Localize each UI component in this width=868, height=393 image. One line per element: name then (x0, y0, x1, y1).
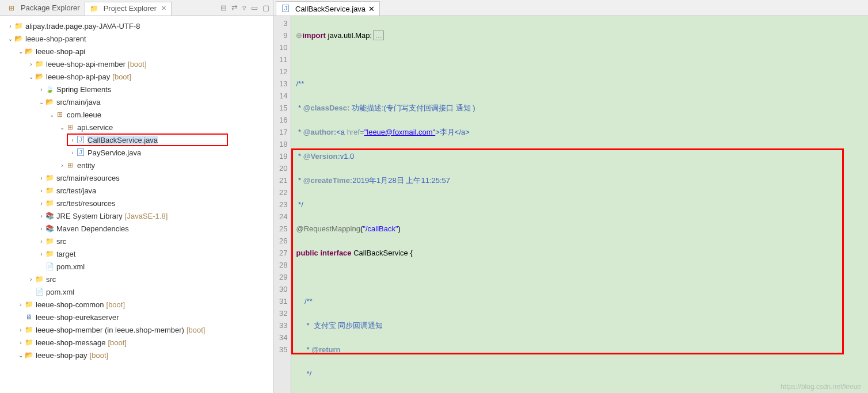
editor-tab-callbackservice[interactable]: 🄹 CallBackService.java ✕ (276, 1, 380, 16)
explorer-panel: ⊞ Package Explorer 📁 Project Explorer ✕ … (0, 0, 273, 393)
tab-package-explorer[interactable]: ⊞ Package Explorer (2, 2, 85, 14)
tab-label: Package Explorer (21, 3, 80, 12)
tree-item[interactable]: ›🄹PayService.java (2, 146, 273, 159)
tree-item[interactable]: ›📁target (2, 247, 273, 260)
tree-item[interactable]: ⌄⊞com.leeue (2, 108, 273, 121)
project-tree[interactable]: ›📁alipay.trade.page.pay-JAVA-UTF-8⌄📂leeu… (0, 16, 273, 393)
tree-item[interactable]: ›📁leeue-shop-member (in leeue.shop-membe… (2, 323, 273, 336)
tree-item[interactable]: ›📁leeue-shop-api-member[boot] (2, 58, 273, 70)
tree-item-highlighted[interactable]: ›🄹CallBackService.java (2, 133, 273, 146)
tree-item[interactable]: ⌄📂leeue-shop-pay[boot] (2, 349, 273, 361)
editor-tabs: 🄹 CallBackService.java ✕ (273, 0, 868, 16)
editor-panel: 🄹 CallBackService.java ✕ 391011121314151… (273, 0, 868, 393)
link-editor-icon[interactable]: ⇄ (231, 3, 238, 12)
project-icon: 📁 (90, 4, 99, 13)
watermark: https://blog.csdn.net/leeue (781, 383, 861, 391)
tree-item[interactable]: 📄pom.xml (2, 285, 273, 298)
tree-item[interactable]: ⌄📂leeue-shop-api-pay[boot] (2, 70, 273, 83)
maximize-icon[interactable]: ▢ (262, 3, 269, 12)
tree-item[interactable]: ›📁leeue-shop-common[boot] (2, 298, 273, 311)
explorer-toolbar: ⊟ ⇄ ▿ ▭ ▢ (220, 3, 273, 12)
tree-item[interactable]: ›🍃Spring Elements (2, 83, 273, 96)
code-content[interactable]: ⊕import java.util.Map;… /** * @classDesc… (291, 16, 868, 393)
line-numbers: 3910111213141516171819202122232425262728… (273, 16, 291, 393)
tab-project-explorer[interactable]: 📁 Project Explorer ✕ (85, 2, 172, 16)
tree-item[interactable]: ›📁alipay.trade.page.pay-JAVA-UTF-8 (2, 20, 273, 32)
collapse-all-icon[interactable]: ⊟ (220, 3, 227, 12)
tree-item[interactable]: ›📁src/test/resources (2, 197, 273, 209)
minimize-icon[interactable]: ▭ (251, 3, 258, 12)
tree-item[interactable]: ⌄📂src/main/java (2, 96, 273, 108)
tree-item[interactable]: ›📁leeue-shop-message[boot] (2, 336, 273, 349)
tree-item[interactable]: ›📁src/main/resources (2, 171, 273, 184)
java-file-icon: 🄹 (281, 4, 290, 13)
tree-item[interactable]: ›⊞entity (2, 159, 273, 171)
tree-item[interactable]: ›📁src (2, 235, 273, 247)
close-icon[interactable]: ✕ (368, 5, 375, 13)
tree-item[interactable]: ⌄⊞api.service (2, 121, 273, 133)
tree-item[interactable]: ›📁src/test/java (2, 184, 273, 197)
tree-item[interactable]: 📄pom.xml (2, 260, 273, 273)
tab-label: Project Explorer (104, 4, 157, 13)
tree-item[interactable]: ⌄📂leeue-shop-api (2, 45, 273, 58)
view-menu-icon[interactable]: ▿ (242, 3, 246, 12)
tree-item[interactable]: ›📚Maven Dependencies (2, 222, 273, 235)
tree-item[interactable]: 🖥leeue-shop-eurekaserver (2, 311, 273, 323)
tree-item[interactable]: ›📚JRE System Library[JavaSE-1.8] (2, 209, 273, 222)
package-icon: ⊞ (7, 3, 16, 13)
tree-item[interactable]: ›📁src (2, 273, 273, 285)
code-editor[interactable]: 3910111213141516171819202122232425262728… (273, 16, 868, 393)
close-icon[interactable]: ✕ (161, 5, 166, 12)
editor-tab-label: CallBackService.java (295, 5, 366, 13)
tree-item[interactable]: ⌄📂leeue-shop-parent (2, 32, 273, 45)
explorer-tabs: ⊞ Package Explorer 📁 Project Explorer ✕ … (0, 0, 273, 16)
